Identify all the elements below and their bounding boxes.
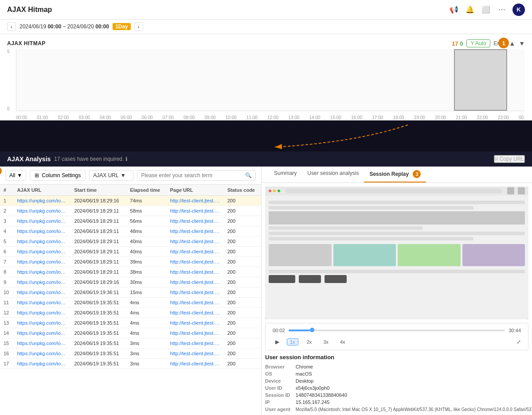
ajax-url-select[interactable]: AJAX URL ▼ (89, 170, 133, 181)
cell-ajax-url: https://unpkg.com/ionicon (13, 206, 70, 216)
cell-start-time: 2024/06/19 18:29:11 (71, 216, 127, 226)
cell-elapsed: 15ms (126, 287, 166, 298)
cell-ajax-url: https://unpkg.com/ionicon (13, 277, 70, 287)
replay-card-2 (333, 244, 396, 266)
table-row[interactable]: 6 https://unpkg.com/ionicon 2024/06/19 1… (0, 247, 261, 257)
table-row[interactable]: 10 https://unpkg.com/ionicon 2024/06/19 … (0, 287, 261, 298)
ajax-table: # AJAX URL Start time Elapsed time Page … (0, 185, 261, 369)
device-value: Desktop (296, 378, 532, 384)
table-header-row: # AJAX URL Start time Elapsed time Page … (0, 185, 261, 196)
col-header-elapsed: Elapsed time (126, 185, 166, 196)
search-input-wrap[interactable]: 🔍 (137, 170, 256, 181)
replay-nav-bar (269, 211, 525, 225)
table-row[interactable]: 15 https://unpkg.com/ionicon 2024/06/19 … (0, 338, 261, 349)
progress-dot (310, 328, 314, 332)
expand-icon[interactable]: ⤢ (516, 339, 521, 345)
tab-session-replay[interactable]: Session Replay 3 (364, 167, 426, 182)
table-row[interactable]: 3 https://unpkg.com/ionicon 2024/06/19 1… (0, 216, 261, 226)
cell-elapsed: 30ms (126, 277, 166, 287)
cell-elapsed: 40ms (126, 237, 166, 247)
cell-num: 2 (0, 206, 13, 216)
cell-page-url: http://test-client.jtest.ai.s3 (167, 267, 224, 277)
chart-area[interactable]: 5 0 1 00:00 01:00 02:00 03:00 04:00 05:0… (7, 49, 525, 120)
table-row[interactable]: 4 https://unpkg.com/ionicon 2024/06/19 1… (0, 226, 261, 237)
session-id-value: 1480748341338840640 (296, 392, 532, 398)
date-prev-button[interactable]: ‹ (7, 22, 16, 31)
cell-status: 200 (224, 257, 261, 267)
table-container[interactable]: # AJAX URL Start time Elapsed time Page … (0, 185, 261, 415)
speed-3x-button[interactable]: 3x (320, 338, 332, 345)
cell-num: 14 (0, 328, 13, 338)
chevron-up-icon[interactable]: ▲ (509, 40, 515, 47)
search-input[interactable] (141, 172, 245, 178)
cell-num: 15 (0, 338, 13, 349)
replay-player[interactable] (265, 186, 528, 319)
cell-ajax-url: https://unpkg.com/ionicon (13, 298, 70, 308)
cell-status: 200 (224, 328, 261, 338)
main-content: 2 All ▼ ⊞ Column Settings AJAX URL ▼ 🔍 (0, 167, 532, 415)
table-row[interactable]: 13 https://unpkg.com/ionicon 2024/06/19 … (0, 318, 261, 328)
cell-start-time: 2024/06/19 19:36:11 (71, 287, 127, 298)
cell-num: 5 (0, 237, 13, 247)
chart-selection[interactable]: 1 (454, 49, 507, 111)
speed-4x-button[interactable]: 4x (337, 338, 348, 345)
table-row[interactable]: 17 https://unpkg.com/ionicon 2024/06/19 … (0, 359, 261, 369)
table-row[interactable]: 9 https://unpkg.com/ionicon 2024/06/19 1… (0, 277, 261, 287)
tab-summary[interactable]: Summary (269, 167, 302, 182)
date-next-button[interactable]: › (134, 22, 143, 31)
chevron-down-icon[interactable]: ▼ (519, 40, 525, 47)
copy-url-button[interactable]: ⎘ Copy URL (494, 155, 525, 163)
browser-dot-red (269, 190, 271, 192)
analysis-subtitle: 17 cases have been inquired. (54, 156, 124, 162)
bottom-panels: User session information Browser Chrome … (265, 354, 528, 415)
bell-icon[interactable]: 🔔 (465, 4, 475, 15)
replay-card-1 (269, 244, 332, 266)
date-bar: ‹ 2024/06/19 00:00 ~ 2024/06/20 00:00 1D… (0, 19, 532, 34)
chart-title: AJAX HITMAP (7, 40, 46, 47)
y-auto-button[interactable]: Y Auto (466, 39, 490, 47)
os-value: macOS (296, 371, 532, 376)
window-icon[interactable]: ⬜ (481, 4, 491, 15)
os-label: OS (265, 371, 290, 376)
cell-status: 200 (224, 359, 261, 369)
replay-btn-2 (299, 275, 321, 283)
player-controls: 00:02 30:44 ▶ 1x 2x 3x 4x ⤢ (265, 323, 528, 350)
user-avatar[interactable]: K (512, 4, 525, 16)
all-filter-select[interactable]: All ▼ (5, 170, 26, 181)
table-row[interactable]: 1 https://unpkg.com/ionicon 2024/06/19 1… (0, 196, 261, 206)
cell-ajax-url: https://unpkg.com/ionicon (13, 287, 70, 298)
speed-1x-button[interactable]: 1x (287, 338, 298, 345)
annotation-badge-2: 2 (0, 167, 2, 175)
info-icon[interactable]: ℹ (125, 156, 128, 162)
play-button[interactable]: ▶ (273, 337, 282, 346)
table-row[interactable]: 12 https://unpkg.com/ionicon 2024/06/19 … (0, 308, 261, 318)
more-icon[interactable]: ⋯ (497, 4, 507, 15)
cell-page-url: http://test-client.jtest.ai.s3 (167, 359, 224, 369)
table-toolbar: 2 All ▼ ⊞ Column Settings AJAX URL ▼ 🔍 (0, 167, 261, 185)
copy-icon: ⎘ (495, 156, 498, 162)
cell-start-time: 2024/06/19 18:29:16 (71, 277, 127, 287)
megaphone-icon[interactable]: 📢 (449, 4, 459, 15)
table-panel: 2 All ▼ ⊞ Column Settings AJAX URL ▼ 🔍 (0, 167, 262, 415)
table-row[interactable]: 16 https://unpkg.com/ionicon 2024/06/19 … (0, 349, 261, 359)
tab-user-session-analysis[interactable]: User session analysis (302, 167, 364, 182)
progress-bar-track[interactable] (289, 330, 505, 331)
replay-row-4 (269, 232, 525, 235)
table-row[interactable]: 11 https://unpkg.com/ionicon 2024/06/19 … (0, 298, 261, 308)
cell-num: 8 (0, 267, 13, 277)
table-row[interactable]: 2 https://unpkg.com/ionicon 2024/06/19 1… (0, 206, 261, 216)
speed-2x-button[interactable]: 2x (304, 338, 315, 345)
settings-grid-icon: ⊞ (35, 172, 39, 178)
table-row[interactable]: 8 https://unpkg.com/ionicon 2024/06/19 1… (0, 267, 261, 277)
cell-status: 200 (224, 216, 261, 226)
cell-start-time: 2024/06/19 19:35:51 (71, 328, 127, 338)
user-info-panel: User session information Browser Chrome … (265, 354, 532, 415)
browser-address-bar (286, 189, 502, 193)
user-agent-value: Mozilla/5.0 (Macintosh; Intel Mac OS X 1… (296, 407, 532, 413)
table-row[interactable]: 7 https://unpkg.com/ionicon 2024/06/19 1… (0, 257, 261, 267)
table-row[interactable]: 5 https://unpkg.com/ionicon 2024/06/19 1… (0, 237, 261, 247)
table-row[interactable]: 14 https://unpkg.com/ionicon 2024/06/19 … (0, 328, 261, 338)
cell-ajax-url: https://unpkg.com/ionicon (13, 338, 70, 349)
cell-start-time: 2024/06/19 19:35:51 (71, 298, 127, 308)
column-settings-button[interactable]: ⊞ Column Settings (30, 170, 86, 181)
